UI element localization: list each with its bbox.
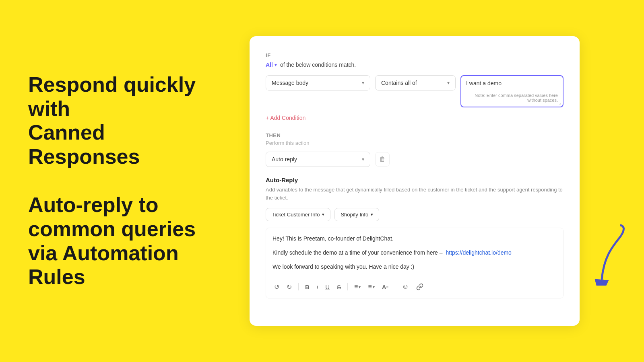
unordered-list-button[interactable]: ≡ ▾ bbox=[366, 282, 376, 291]
right-panel: IF All ▾ of the below conditions match. … bbox=[250, 0, 644, 362]
font-size-button[interactable]: A≡ bbox=[380, 283, 390, 291]
shopify-info-label: Shopify Info bbox=[341, 212, 368, 218]
variables-row: Ticket Customer Info ▾ Shopify Info ▾ bbox=[266, 208, 564, 221]
message-body-select[interactable]: Message body ▾ bbox=[266, 75, 370, 90]
automation-card: IF All ▾ of the below conditions match. … bbox=[250, 36, 580, 326]
add-condition-button[interactable]: + Add Condition bbox=[266, 115, 564, 121]
shopify-info-button[interactable]: Shopify Info ▾ bbox=[334, 208, 379, 221]
ordered-list-button[interactable]: ≡ ▾ bbox=[353, 282, 362, 291]
subtitle-line2: common queries bbox=[28, 217, 196, 241]
message-line-1: Hey! This is Preetam, co-founder of Deli… bbox=[272, 234, 557, 243]
message-line-3: We look forward to speaking with you. Ha… bbox=[272, 263, 557, 271]
message-body-label: Message body bbox=[272, 80, 308, 86]
demo-link[interactable]: https://delightchat.io/demo bbox=[446, 249, 511, 256]
contains-all-of-select[interactable]: Contains all of ▾ bbox=[375, 75, 456, 90]
auto-reply-label: Auto reply bbox=[272, 156, 297, 162]
chevron-down-icon: ▾ bbox=[362, 156, 364, 162]
unordered-list-icon: ≡ bbox=[368, 283, 372, 290]
underline-button[interactable]: U bbox=[324, 283, 331, 291]
ticket-customer-info-label: Ticket Customer Info bbox=[272, 212, 320, 218]
ordered-list-icon: ≡ bbox=[354, 283, 358, 290]
message-line-2-text: Kindly schedule the demo at a time of yo… bbox=[272, 249, 443, 256]
toolbar-separator-3 bbox=[395, 283, 395, 290]
contains-all-of-label: Contains all of bbox=[381, 80, 417, 86]
title-line2: Canned Responses bbox=[28, 121, 140, 168]
main-title: Respond quickly with Canned Responses bbox=[28, 73, 221, 169]
message-line-2: Kindly schedule the demo at a time of yo… bbox=[272, 249, 557, 257]
if-label: IF bbox=[266, 52, 564, 58]
chevron-down-icon: ▾ bbox=[373, 285, 375, 289]
chevron-down-icon: ▾ bbox=[371, 212, 373, 217]
resize-handle: ⌟ bbox=[559, 101, 561, 105]
auto-reply-section-title: Auto-Reply bbox=[266, 177, 564, 183]
blue-arrow bbox=[580, 221, 628, 286]
trash-icon: 🗑 bbox=[379, 156, 386, 163]
auto-reply-select[interactable]: Auto reply ▾ bbox=[266, 152, 370, 167]
undo-button[interactable]: ↺ bbox=[272, 282, 281, 292]
toolbar-separator-2 bbox=[347, 283, 348, 290]
toolbar-separator bbox=[298, 283, 299, 290]
emoji-button[interactable]: ☺ bbox=[400, 282, 410, 292]
condition-row: Message body ▾ Contains all of ▾ I want … bbox=[266, 75, 564, 107]
perform-label: Perform this action bbox=[266, 140, 564, 146]
link-button[interactable] bbox=[415, 282, 425, 291]
subtitle-line1: Auto-reply to bbox=[28, 193, 159, 216]
then-label: THEN bbox=[266, 132, 564, 138]
condition-prefix-text: of the below conditions match. bbox=[280, 62, 356, 68]
subtitle: Auto-reply to common queries via Automat… bbox=[28, 193, 221, 289]
italic-button[interactable]: i bbox=[315, 283, 320, 291]
delete-action-button[interactable]: 🗑 bbox=[375, 152, 390, 167]
condition-line: All ▾ of the below conditions match. bbox=[266, 62, 564, 68]
textarea-note: Note: Enter comma separated values here … bbox=[466, 93, 558, 103]
condition-value-input[interactable]: I want a demo ⌟ Note: Enter comma separa… bbox=[460, 75, 564, 107]
chevron-down-icon: ▾ bbox=[322, 212, 324, 217]
chevron-down-icon: ▾ bbox=[275, 62, 277, 68]
chevron-down-icon: ▾ bbox=[362, 80, 364, 86]
title-line1: Respond quickly with bbox=[28, 73, 196, 120]
condition-all-text: All bbox=[266, 62, 273, 68]
subtitle-line3: via Automation Rules bbox=[28, 241, 179, 289]
message-area: Hey! This is Preetam, co-founder of Deli… bbox=[266, 228, 564, 298]
condition-value-text: I want a demo bbox=[466, 80, 558, 86]
condition-all-link[interactable]: All ▾ bbox=[266, 62, 277, 68]
chevron-down-icon: ▾ bbox=[359, 285, 361, 289]
redo-button[interactable]: ↻ bbox=[285, 282, 293, 292]
message-toolbar: ↺ ↻ B i U S ≡ ▾ ≡ ▾ A≡ ☺ bbox=[272, 277, 557, 292]
ticket-customer-info-button[interactable]: Ticket Customer Info ▾ bbox=[266, 208, 330, 221]
strikethrough-button[interactable]: S bbox=[335, 283, 343, 291]
left-panel: Respond quickly with Canned Responses Au… bbox=[0, 49, 250, 313]
bold-button[interactable]: B bbox=[303, 283, 311, 291]
auto-reply-description: Add variables to the message that get dy… bbox=[266, 186, 564, 202]
action-row: Auto reply ▾ 🗑 bbox=[266, 152, 564, 167]
chevron-down-icon: ▾ bbox=[447, 80, 450, 86]
